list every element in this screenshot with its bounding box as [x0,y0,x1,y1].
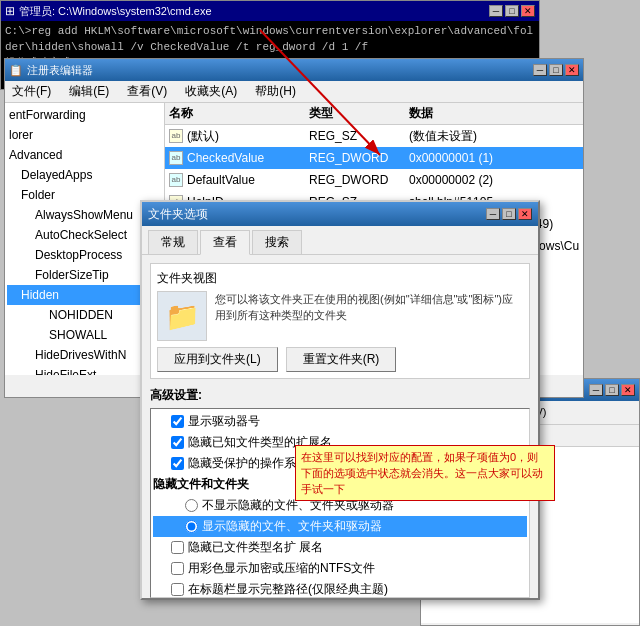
adv-checkbox-2[interactable] [171,457,184,470]
reg-icon-1: ab [169,151,183,165]
adv-label-5: 显示隐藏的文件、文件夹和驱动器 [202,518,382,535]
apply-folder-btn[interactable]: 应用到文件夹(L) [157,347,278,372]
regedit-cols-header: 名称 类型 数据 [165,103,583,125]
tree-showall[interactable]: SHOWALL [7,325,162,345]
folder-dialog-title: 文件夹选项 [148,206,208,223]
reg-name-text-0: (默认) [187,127,219,145]
menu-edit[interactable]: 编辑(E) [66,83,112,100]
tree-autocheck[interactable]: AutoCheckSelect [7,225,162,245]
tab-search[interactable]: 搜索 [252,230,302,254]
cmd-close-btn[interactable]: ✕ [521,5,535,17]
adv-checkbox-1[interactable] [171,436,184,449]
adv-item-0[interactable]: 显示驱动器号 [153,411,527,432]
reg-cell-name-0: ab(默认) [169,127,309,145]
folder-view-description: 您可以将该文件夹正在使用的视图(例如"详细信息"或"图标")应用到所有这种类型的… [215,291,523,323]
tree-hidedrivesn[interactable]: HideDrivesWithN [7,345,162,365]
tree-alwaysshow[interactable]: AlwaysShowMenu [7,205,162,225]
folder-view-section: 文件夹视图 📁 您可以将该文件夹正在使用的视图(例如"详细信息"或"图标")应用… [150,263,530,379]
regedit-minimize-btn[interactable]: ─ [533,64,547,76]
adv-checkbox-8[interactable] [171,583,184,596]
adv-item-5[interactable]: 显示隐藏的文件、文件夹和驱动器 [153,516,527,537]
adv-label-8: 在标题栏显示完整路径(仅限经典主题) [188,581,388,598]
tree-entforwarding[interactable]: entForwarding [7,105,162,125]
folder-dialog-maximize-btn[interactable]: □ [502,208,516,220]
col-name-header: 名称 [169,105,309,122]
advanced-section-title: 高级设置: [150,387,530,404]
tree-folder[interactable]: Folder [7,185,162,205]
dialog-tabs: 常规 查看 搜索 [142,226,538,255]
reg-cell-type-1: REG_DWORD [309,149,409,167]
adv-item-7[interactable]: 用彩色显示加密或压缩的NTFS文件 [153,558,527,579]
tree-delayedapps[interactable]: DelayedApps [7,165,162,185]
menu-file[interactable]: 文件(F) [9,83,54,100]
adv-label-0: 显示驱动器号 [188,413,260,430]
adv-items-container: 显示驱动器号隐藏已知文件类型的扩展名隐藏受保护的操作系统文件(推荐)隐藏文件和文… [153,411,527,598]
adv-radio-4[interactable] [185,499,198,512]
menu-view[interactable]: 查看(V) [124,83,170,100]
adv-item-6[interactable]: 隐藏已文件类型名扩 展名 [153,537,527,558]
reg-cell-name-1: abCheckedValue [169,149,309,167]
reg-row-0[interactable]: ab(默认)REG_SZ(数值未设置) [165,125,583,147]
reg-icon-0: ab [169,129,183,143]
cmd-minimize-btn[interactable]: ─ [489,5,503,17]
adv-radio-5[interactable] [185,520,198,533]
menu-favorites[interactable]: 收藏夹(A) [182,83,240,100]
reg-cell-type-2: REG_DWORD [309,171,409,189]
explorer-close-btn[interactable]: ✕ [621,384,635,396]
annotation-box: 在这里可以找到对应的配置，如果子项值为0，则下面的选项选中状态就会消失。这一点大… [295,445,555,501]
reg-name-text-2: DefaultValue [187,171,255,189]
tab-general[interactable]: 常规 [148,230,198,254]
reset-folder-btn[interactable]: 重置文件夹(R) [286,347,397,372]
reg-cell-name-2: abDefaultValue [169,171,309,189]
dialog-content: 文件夹视图 📁 您可以将该文件夹正在使用的视图(例如"详细信息"或"图标")应用… [142,255,538,606]
regedit-menu: 文件(F) 编辑(E) 查看(V) 收藏夹(A) 帮助(H) [5,81,583,103]
tab-view[interactable]: 查看 [200,230,250,255]
folder-dialog: 文件夹选项 ─ □ ✕ 常规 查看 搜索 文件夹视图 📁 您可以将该文件夹正在使… [140,200,540,600]
regedit-maximize-btn[interactable]: □ [549,64,563,76]
cmd-line2: der\hidden\showall /v CheckedValue /t re… [5,39,535,55]
cmd-titlebar: ⊞ 管理员: C:\Windows\system32\cmd.exe ─ □ ✕ [1,1,539,21]
regedit-icon: 📋 [9,64,23,77]
reg-cell-data-1: 0x00000001 (1) [409,149,579,167]
folder-dialog-minimize-btn[interactable]: ─ [486,208,500,220]
tree-advanced[interactable]: Advanced [7,145,162,165]
adv-label-3: 隐藏文件和文件夹 [153,476,249,493]
adv-checkbox-7[interactable] [171,562,184,575]
explorer-maximize-btn[interactable]: □ [605,384,619,396]
cmd-title-text: 管理员: C:\Windows\system32\cmd.exe [19,4,212,19]
tree-nohidden[interactable]: NOHIDDEN [7,305,162,325]
adv-item-8[interactable]: 在标题栏显示完整路径(仅限经典主题) [153,579,527,598]
adv-checkbox-0[interactable] [171,415,184,428]
cmd-titlebar-buttons: ─ □ ✕ [489,5,535,17]
reg-cell-data-2: 0x00000002 (2) [409,171,579,189]
folder-dialog-titlebar: 文件夹选项 ─ □ ✕ [142,202,538,226]
col-data-header: 数据 [409,105,579,122]
folder-dialog-close-btn[interactable]: ✕ [518,208,532,220]
menu-help[interactable]: 帮助(H) [252,83,299,100]
folder-view-section-title: 文件夹视图 [157,270,523,287]
explorer-minimize-btn[interactable]: ─ [589,384,603,396]
tree-lorer[interactable]: lorer [7,125,162,145]
tree-hidefileext[interactable]: HideFileExt [7,365,162,375]
cmd-maximize-btn[interactable]: □ [505,5,519,17]
reg-row-2[interactable]: abDefaultValueREG_DWORD0x00000002 (2) [165,169,583,191]
cmd-title-left: ⊞ 管理员: C:\Windows\system32\cmd.exe [5,4,212,19]
reg-cell-type-0: REG_SZ [309,127,409,145]
adv-checkbox-6[interactable] [171,541,184,554]
annotation-text: 在这里可以找到对应的配置，如果子项值为0，则下面的选项选中状态就会消失。这一点大… [301,451,543,495]
regedit-titlebar: 📋 注册表编辑器 ─ □ ✕ [5,59,583,81]
folder-view-body: 📁 您可以将该文件夹正在使用的视图(例如"详细信息"或"图标")应用到所有这种类… [157,291,523,341]
adv-label-7: 用彩色显示加密或压缩的NTFS文件 [188,560,375,577]
regedit-close-btn[interactable]: ✕ [565,64,579,76]
reg-name-text-1: CheckedValue [187,149,264,167]
tree-desktop[interactable]: DesktopProcess [7,245,162,265]
adv-label-6: 隐藏已文件类型名扩 展名 [188,539,323,556]
advanced-list[interactable]: 显示驱动器号隐藏已知文件类型的扩展名隐藏受保护的操作系统文件(推荐)隐藏文件和文… [150,408,530,598]
folder-view-buttons: 应用到文件夹(L) 重置文件夹(R) [157,347,523,372]
tree-foldersize[interactable]: FolderSizeTip [7,265,162,285]
tree-hidden[interactable]: Hidden [7,285,162,305]
reg-icon-2: ab [169,173,183,187]
reg-row-1[interactable]: abCheckedValueREG_DWORD0x00000001 (1) [165,147,583,169]
col-type-header: 类型 [309,105,409,122]
cmd-icon: ⊞ [5,4,15,18]
